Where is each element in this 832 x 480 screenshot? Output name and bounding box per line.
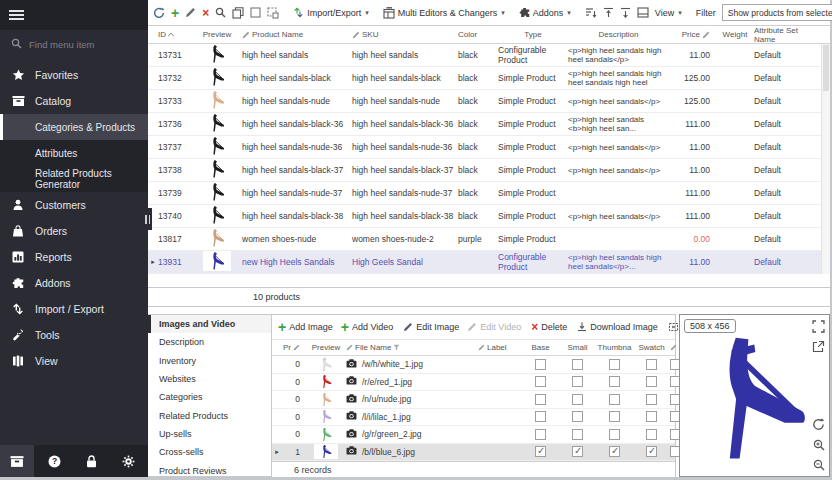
column-header-swatch[interactable]: Swatch xyxy=(633,343,670,352)
product-row[interactable]: 13733high heel sandals-nudehigh heel san… xyxy=(148,90,830,113)
product-name-cell[interactable]: high heel sandals-black-36 xyxy=(242,119,352,129)
column-header-price[interactable]: Price xyxy=(672,30,716,39)
column-header-weight[interactable]: Weight xyxy=(716,30,754,39)
image-position-cell[interactable]: 0 xyxy=(282,429,306,439)
product-price-cell[interactable]: 11.00 xyxy=(672,142,716,152)
image-position-cell[interactable]: 1 xyxy=(282,447,306,457)
product-name-cell[interactable]: high heel sandals-black-38 xyxy=(242,211,352,221)
sidebar-item-addons[interactable]: Addons xyxy=(0,270,148,296)
product-sku-cell[interactable]: high heel sandals xyxy=(352,50,458,60)
column-header-label[interactable]: Label xyxy=(478,343,522,352)
product-price-cell[interactable]: 111.00 xyxy=(672,119,716,129)
column-header-small[interactable]: Small xyxy=(559,343,596,352)
thumbnail-checkbox[interactable] xyxy=(609,394,620,405)
paste-special-button[interactable] xyxy=(267,5,279,21)
product-row[interactable]: 13732high heel sandals-blackhigh heel sa… xyxy=(148,67,830,90)
add-product-button[interactable]: + xyxy=(171,5,179,21)
column-header-color[interactable]: Color xyxy=(458,30,498,39)
image-row[interactable]: 0/g/r/green_2.jpg xyxy=(272,426,675,444)
image-position-cell[interactable]: 0 xyxy=(282,412,306,422)
column-header-type[interactable]: Type xyxy=(498,30,568,39)
product-row[interactable]: 13817women shoes-nudewomen shoes-nude-2p… xyxy=(148,228,830,251)
base-checkbox[interactable] xyxy=(535,446,546,457)
sidebar-item-import-export[interactable]: Import / Export xyxy=(0,296,148,322)
sidebar-item-customers[interactable]: Customers xyxy=(0,192,148,218)
add-image-button[interactable]: +Add Image xyxy=(274,317,337,337)
tab-images-and-video[interactable]: Images and Video xyxy=(148,315,271,333)
image-position-cell[interactable]: 0 xyxy=(282,359,306,369)
product-price-cell[interactable]: 111.00 xyxy=(672,211,716,221)
swatch-checkbox[interactable] xyxy=(646,446,657,457)
product-name-cell[interactable]: high heel sandals-nude xyxy=(242,96,352,106)
help-icon[interactable]: ? xyxy=(37,445,71,477)
image-row[interactable]: 0/w/h/white_1.jpg xyxy=(272,356,675,374)
product-name-cell[interactable]: high heel sandals-black xyxy=(242,73,352,83)
product-sku-cell[interactable]: high heel sandals-black-36 xyxy=(352,119,458,129)
small-checkbox[interactable] xyxy=(572,359,583,370)
small-checkbox[interactable] xyxy=(572,446,583,457)
product-sku-cell[interactable]: high heel sandals-black xyxy=(352,73,458,83)
sidebar-item-related-products-generator[interactable]: Related Products Generator xyxy=(0,166,148,192)
edit-product-button[interactable] xyxy=(185,5,196,21)
find-button[interactable] xyxy=(215,5,226,21)
view-menu[interactable]: View▾ xyxy=(655,4,682,22)
product-price-cell[interactable]: 11.00 xyxy=(672,50,716,60)
image-row[interactable]: ▸1/b/l/blue_6.jpg xyxy=(272,444,675,462)
swatch-checkbox[interactable] xyxy=(646,359,657,370)
product-row[interactable]: 13736high heel sandals-black-36high heel… xyxy=(148,113,830,136)
sidebar-splitter-handle[interactable] xyxy=(143,208,152,230)
select-button[interactable] xyxy=(250,5,261,21)
product-sku-cell[interactable]: high heel sandals-black-38 xyxy=(352,211,458,221)
catalog-mode-icon[interactable] xyxy=(0,445,34,477)
swatch-checkbox[interactable] xyxy=(646,376,657,387)
column-header-id[interactable]: ID xyxy=(158,30,192,39)
lock-icon[interactable] xyxy=(74,445,108,477)
product-row[interactable]: ▸13931new High Heels SandalsHigh Geels S… xyxy=(148,251,830,274)
add-video-button[interactable]: +Add Video xyxy=(337,317,398,337)
column-header-sku[interactable]: SKU xyxy=(352,30,458,39)
base-checkbox[interactable] xyxy=(535,376,546,387)
image-row[interactable]: 0/r/e/red_1.jpg xyxy=(272,374,675,392)
product-grid-scrollbar[interactable] xyxy=(821,44,830,274)
product-price-cell[interactable]: 0.00 xyxy=(672,234,716,244)
product-name-cell[interactable]: high heel sandals-black-37 xyxy=(242,165,352,175)
product-row[interactable]: 13738high heel sandals-black-37high heel… xyxy=(148,159,830,182)
edit-image-button[interactable]: Edit Image xyxy=(399,317,463,337)
sidebar-item-view[interactable]: View xyxy=(0,348,148,374)
sort-icon[interactable] xyxy=(585,5,597,21)
refresh-button[interactable] xyxy=(153,5,165,21)
product-row[interactable]: 13740high heel sandals-black-38high heel… xyxy=(148,205,830,228)
image-file-name-cell[interactable]: /g/r/green_2.jpg xyxy=(346,429,478,440)
sidebar-item-categories-products[interactable]: Categories & Products xyxy=(0,114,148,140)
tab-related-products[interactable]: Related Products xyxy=(148,406,271,424)
multi-editors-menu[interactable]: Multi Editors & Changers▾ xyxy=(383,4,505,22)
base-checkbox[interactable] xyxy=(535,429,546,440)
image-position-cell[interactable]: 0 xyxy=(282,377,306,387)
small-checkbox[interactable] xyxy=(572,376,583,387)
product-sku-cell[interactable]: women shoes-nude-2 xyxy=(352,234,458,244)
column-header-file-name[interactable]: File Name xyxy=(346,343,478,352)
tab-up-sells[interactable]: Up-sells xyxy=(148,425,271,443)
column-header-attribute-set[interactable]: Attribute Set Name xyxy=(754,26,821,44)
category-filter-select[interactable]: Show products from selected categories▾ xyxy=(722,4,832,21)
tab-categories[interactable]: Categories xyxy=(148,388,271,406)
column-header-position[interactable]: Pr xyxy=(282,343,306,352)
download-image-button[interactable]: Download Image xyxy=(573,317,662,337)
image-file-name-cell[interactable]: /w/h/white_1.jpg xyxy=(346,359,478,370)
swatch-checkbox[interactable] xyxy=(646,411,657,422)
product-name-cell[interactable]: high heel sandals xyxy=(242,50,352,60)
image-file-name-cell[interactable]: /l/i/lilac_1.jpg xyxy=(346,411,478,422)
product-sku-cell[interactable]: high heel sandals-nude-36 xyxy=(352,142,458,152)
settings-gear-icon[interactable] xyxy=(111,445,145,477)
product-sku-cell[interactable]: high heel sandals-nude-37 xyxy=(352,188,458,198)
sidebar-item-attributes[interactable]: Attributes xyxy=(0,140,148,166)
sidebar-item-orders[interactable]: Orders xyxy=(0,218,148,244)
swatch-checkbox[interactable] xyxy=(646,394,657,405)
product-price-cell[interactable]: 125.00 xyxy=(672,73,716,83)
zoom-out-icon[interactable] xyxy=(811,457,826,472)
product-row[interactable]: 13739high heel sandals-nude-37high heel … xyxy=(148,182,830,205)
base-checkbox[interactable] xyxy=(535,359,546,370)
delete-product-button[interactable]: × xyxy=(202,5,209,21)
collapse-rows-icon[interactable] xyxy=(620,5,631,21)
thumbnail-checkbox[interactable] xyxy=(609,446,620,457)
